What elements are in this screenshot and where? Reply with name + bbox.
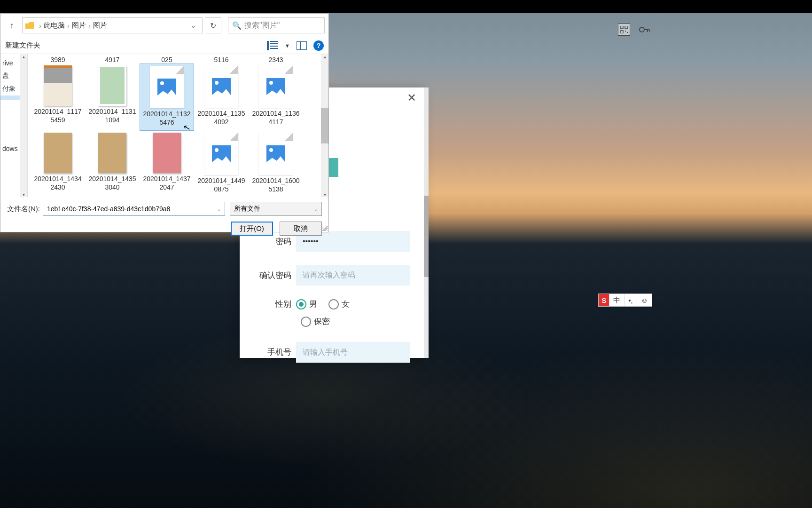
file-thumb-icon — [204, 65, 238, 108]
file-item[interactable]: 20201014_16005138 — [249, 131, 303, 197]
filetype-select[interactable]: 所有文件 ⌄ — [230, 202, 322, 216]
file-item[interactable]: 20201014_14342430 — [31, 131, 85, 197]
file-item[interactable]: 20201014_11311094 — [85, 64, 140, 131]
qr-icon[interactable] — [618, 24, 630, 36]
phone-label: 手机号 — [254, 347, 296, 357]
ime-logo-icon[interactable]: S — [599, 294, 609, 306]
breadcrumb[interactable]: › 此电脑 › 图片 › 图片 ⌄ — [22, 17, 203, 33]
search-placeholder: 搜索"图片" — [244, 21, 280, 31]
file-thumb-icon — [98, 65, 126, 106]
file-item[interactable]: 20201014_11175459 — [31, 64, 85, 131]
svg-rect-4 — [627, 32, 628, 33]
file-item[interactable]: 20201014_11354092 — [194, 64, 249, 131]
file-open-dialog: ↑ › 此电脑 › 图片 › 图片 ⌄ ↻ 🔍 搜索"图片" 新建文件夹 ▼ ? — [0, 13, 329, 232]
chevron-down-icon[interactable]: ⌄ — [187, 21, 199, 30]
up-arrow-icon[interactable]: ↑ — [4, 18, 19, 33]
file-label: 20201014_11175459 — [31, 108, 84, 124]
dialog-main: rive 盘 付象 dows (C:) ▴ ▾ 3989 4917 025 51… — [0, 54, 328, 197]
ime-lang-toggle[interactable]: 中 — [609, 294, 624, 306]
file-item[interactable]: 20201014_14353040 — [85, 131, 140, 197]
file-label: 20201014_11354092 — [195, 110, 248, 126]
gender-secret-option[interactable]: 保密 — [301, 316, 330, 327]
file-label[interactable]: 4917 — [85, 56, 140, 64]
gender-row: 性别 男 女 — [254, 299, 410, 310]
refresh-icon[interactable]: ↻ — [205, 17, 221, 33]
close-icon[interactable]: ✕ — [405, 91, 418, 104]
file-label[interactable]: 3989 — [31, 56, 85, 64]
avatar-frame-edge — [328, 158, 338, 177]
scroll-thumb[interactable] — [321, 108, 328, 143]
svg-point-5 — [640, 27, 644, 32]
file-row: 20201014_1117545920201014_11311094202010… — [31, 64, 326, 131]
nav-tree: rive 盘 付象 dows (C:) ▴ ▾ — [0, 54, 28, 197]
chevron-right-icon: › — [37, 22, 44, 30]
form-area: 密码 确认密码 性别 男 女 保密 — [254, 231, 410, 376]
crumb-item[interactable]: 图片 — [93, 21, 107, 30]
filename-input[interactable]: 1eb1e40c-7f38-47ed-a839-d43c1d0b79a8 ⌄ — [43, 202, 225, 216]
gender-radio-group: 男 女 — [296, 299, 350, 310]
resize-grip-icon[interactable] — [322, 225, 328, 231]
folder-icon — [25, 22, 34, 29]
modal-scrollbar[interactable] — [424, 87, 429, 358]
chevron-right-icon: › — [86, 22, 93, 30]
gender-female-option[interactable]: 女 — [328, 299, 350, 310]
file-label: 20201014_14490875 — [195, 177, 248, 193]
crumb-item[interactable]: 此电脑 — [44, 21, 65, 30]
file-label: 20201014_16005138 — [250, 177, 302, 193]
file-thumb-icon — [259, 133, 293, 175]
key-icon[interactable] — [639, 24, 651, 36]
file-thumb-icon — [44, 65, 72, 106]
confirm-password-input[interactable] — [296, 265, 410, 286]
viewer-controls — [618, 24, 651, 36]
file-label: 20201014_11364117 — [250, 110, 302, 126]
view-mode-button[interactable] — [267, 41, 278, 50]
scroll-up-icon[interactable]: ▴ — [23, 54, 25, 59]
ime-emoji-icon[interactable]: ☺ — [637, 294, 652, 306]
svg-rect-2 — [620, 31, 623, 33]
scroll-up-icon[interactable]: ▴ — [324, 54, 326, 59]
confirm-password-row: 确认密码 — [254, 265, 410, 286]
file-item[interactable]: 20201014_14372047 — [140, 131, 194, 197]
files-scrollbar[interactable]: ▴ ▾ — [321, 54, 328, 197]
svg-rect-3 — [625, 31, 626, 32]
file-item[interactable]: 20201014_11325476 — [140, 64, 194, 131]
cancel-button[interactable]: 取消 — [280, 222, 322, 236]
file-thumb-icon — [150, 66, 184, 108]
gender-label: 性别 — [254, 299, 296, 310]
chevron-down-icon[interactable]: ⌄ — [314, 206, 318, 212]
file-label: 20201014_11311094 — [86, 108, 139, 124]
scroll-down-icon[interactable]: ▾ — [324, 192, 326, 197]
file-label: 20201014_14353040 — [86, 175, 139, 191]
modal-scroll-thumb[interactable] — [424, 196, 429, 277]
file-label[interactable]: 5116 — [194, 56, 249, 64]
phone-row: 手机号 — [254, 342, 410, 363]
svg-rect-1 — [625, 26, 628, 29]
gender-row-2: 保密 — [301, 316, 410, 329]
file-label[interactable]: 2343 — [249, 56, 303, 64]
chevron-right-icon: › — [65, 22, 72, 30]
crumb-item[interactable]: 图片 — [72, 21, 86, 30]
chevron-down-icon[interactable]: ⌄ — [217, 206, 221, 212]
nav-scrollbar[interactable]: ▴ ▾ — [20, 54, 27, 197]
phone-input[interactable] — [296, 342, 410, 363]
file-item[interactable]: 20201014_11364117 — [249, 64, 303, 131]
open-button[interactable]: 打开(O) — [231, 222, 273, 236]
view-dropdown-icon[interactable]: ▼ — [285, 43, 290, 48]
dialog-bottom: 文件名(N): 1eb1e40c-7f38-47ed-a839-d43c1d0b… — [0, 197, 328, 240]
filename-row: 文件名(N): 1eb1e40c-7f38-47ed-a839-d43c1d0b… — [7, 202, 322, 216]
help-icon[interactable]: ? — [313, 40, 324, 51]
gender-male-option[interactable]: 男 — [296, 299, 317, 310]
search-input[interactable]: 🔍 搜索"图片" — [228, 17, 325, 33]
file-thumb-icon — [44, 133, 72, 173]
new-folder-button[interactable]: 新建文件夹 — [5, 41, 40, 50]
ime-toolbar[interactable]: S 中 •, ☺ — [598, 294, 652, 307]
file-label[interactable]: 025 — [140, 56, 194, 64]
svg-rect-0 — [620, 26, 623, 29]
file-label: 20201014_14342430 — [31, 175, 84, 191]
file-item[interactable]: 20201014_14490875 — [194, 131, 249, 197]
radio-icon — [328, 299, 339, 310]
preview-pane-button[interactable] — [297, 41, 307, 50]
file-grid: 3989 4917 025 5116 2343 20201014_1117545… — [28, 54, 328, 197]
ime-punct-toggle[interactable]: •, — [624, 294, 636, 306]
scroll-down-icon[interactable]: ▾ — [23, 192, 25, 197]
